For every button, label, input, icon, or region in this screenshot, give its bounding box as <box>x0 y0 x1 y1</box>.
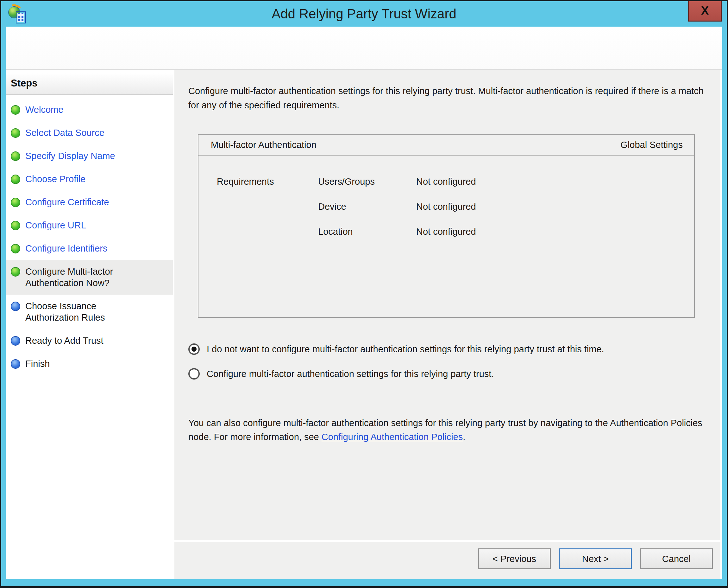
step-done-icon <box>11 128 20 138</box>
wizard-page-content: Configure multi-factor authentication se… <box>174 70 721 540</box>
step-configure-url[interactable]: Configure URL <box>6 214 173 237</box>
previous-button[interactable]: < Previous <box>478 548 551 569</box>
step-label: Welcome <box>25 104 63 115</box>
next-button[interactable]: Next > <box>559 548 632 569</box>
wizard-header-band <box>6 27 722 70</box>
step-done-icon <box>11 105 20 115</box>
step-label: Configure Identifiers <box>25 243 108 254</box>
row-device-name: Device <box>318 201 416 212</box>
step-configure-certificate[interactable]: Configure Certificate <box>6 191 173 214</box>
step-label: Specify Display Name <box>25 150 115 162</box>
window-title: Add Relying Party Trust Wizard <box>1 1 727 26</box>
wizard-window: Add Relying Party Trust Wizard X Steps W… <box>1 1 727 586</box>
steps-sidebar: Steps Welcome Select Data Source Specify… <box>6 70 173 579</box>
client-area: Steps Welcome Select Data Source Specify… <box>6 27 722 579</box>
step-finish: Finish <box>6 352 173 375</box>
step-upcoming-icon <box>11 336 20 345</box>
step-label: Ready to Add Trust <box>25 335 104 346</box>
step-select-data-source[interactable]: Select Data Source <box>6 121 173 145</box>
step-done-icon <box>11 244 20 253</box>
cancel-button[interactable]: Cancel <box>640 548 713 569</box>
row-location-name: Location <box>318 226 416 237</box>
mfa-table-header: Multi-factor Authentication Global Setti… <box>198 135 694 155</box>
mfa-table-global-settings: Global Settings <box>620 140 683 150</box>
step-configure-mfa-current: Configure Multi-factor Authentication No… <box>6 260 173 295</box>
radio-do-not-configure-mfa[interactable]: I do not want to configure multi-factor … <box>188 343 604 355</box>
step-done-icon <box>11 221 20 230</box>
step-upcoming-icon <box>11 359 20 369</box>
radio-unselected-icon[interactable] <box>188 368 200 380</box>
step-done-icon <box>11 151 20 161</box>
requirements-label: Requirements <box>217 176 318 187</box>
wizard-button-bar: < Previous Next > Cancel <box>174 542 721 579</box>
step-configure-identifiers[interactable]: Configure Identifiers <box>6 237 173 260</box>
step-label: Finish <box>25 358 50 370</box>
step-current-icon <box>11 267 20 277</box>
spacer-cell <box>217 201 318 212</box>
step-done-icon <box>11 174 20 184</box>
step-choose-profile[interactable]: Choose Profile <box>6 168 173 191</box>
radio-configure-mfa[interactable]: Configure multi-factor authentication se… <box>188 368 494 380</box>
step-label: Choose Issuance Authorization Rules <box>25 300 105 323</box>
steps-header: Steps <box>6 73 173 95</box>
footnote: You can also configure multi-factor auth… <box>188 416 710 444</box>
step-upcoming-icon <box>11 301 20 311</box>
page-description: Configure multi-factor authentication se… <box>188 84 715 112</box>
step-done-icon <box>11 198 20 207</box>
row-users-groups-name: Users/Groups <box>318 176 416 187</box>
row-device-value: Not configured <box>416 201 694 212</box>
step-label: Configure Certificate <box>25 196 109 208</box>
title-bar[interactable]: Add Relying Party Trust Wizard X <box>1 1 727 27</box>
footnote-period: . <box>463 432 465 442</box>
step-label: Configure URL <box>25 219 86 231</box>
row-users-groups-value: Not configured <box>416 176 694 187</box>
step-label: Configure Multi-factor Authentication No… <box>25 266 113 289</box>
steps-list: Welcome Select Data Source Specify Displ… <box>6 98 173 375</box>
row-location-value: Not configured <box>416 226 694 237</box>
step-label: Choose Profile <box>25 173 86 185</box>
close-button[interactable]: X <box>688 1 722 22</box>
spacer-cell <box>217 226 318 237</box>
step-choose-issuance-rules: Choose Issuance Authorization Rules <box>6 295 173 329</box>
radio-label: Configure multi-factor authentication se… <box>207 369 494 379</box>
mfa-table-body: Requirements Users/Groups Not configured… <box>217 176 694 237</box>
step-label: Select Data Source <box>25 127 105 139</box>
step-specify-display-name[interactable]: Specify Display Name <box>6 145 173 168</box>
step-welcome[interactable]: Welcome <box>6 98 173 121</box>
radio-selected-icon[interactable] <box>188 343 200 355</box>
step-ready-to-add-trust: Ready to Add Trust <box>6 329 173 352</box>
mfa-table-title: Multi-factor Authentication <box>211 140 316 150</box>
mfa-settings-table: Multi-factor Authentication Global Setti… <box>198 134 695 318</box>
radio-label: I do not want to configure multi-factor … <box>207 344 604 355</box>
configuring-authentication-policies-link[interactable]: Configuring Authentication Policies <box>322 432 463 442</box>
